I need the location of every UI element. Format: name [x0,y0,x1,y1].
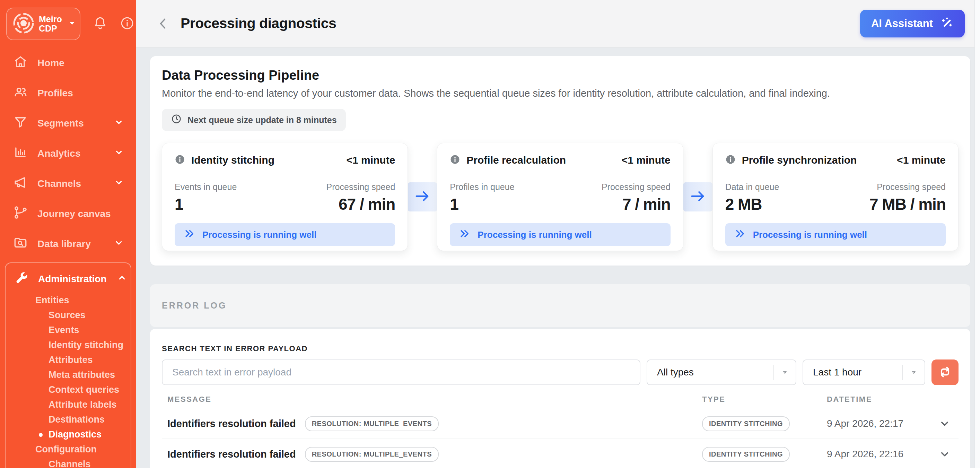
stage-status-banner[interactable]: Processing is running well [450,223,670,246]
chevron-down-icon [113,237,124,251]
error-log-header: ERROR LOG [150,284,970,327]
error-log-title: ERROR LOG [162,301,227,310]
sidebar-item-label: Journey canvas [37,209,111,220]
expand-chevron-icon[interactable] [939,448,951,460]
type-badge: IDENTITY STITCHING [702,447,790,462]
dropdown-triangle-icon [774,369,795,376]
workspace-switcher[interactable]: Meiro CDP [6,8,80,40]
bar-chart-icon [13,145,28,162]
stage-name: Profile recalculation [466,154,566,166]
table-header: MESSAGE TYPE DATETIME [162,385,959,409]
sidebar-item-home[interactable]: Home [0,48,136,78]
sidebar-item-attributes[interactable]: Attributes [6,353,130,368]
pipeline-title: Data Processing Pipeline [162,68,959,83]
error-message: Identifiers resolution failed [167,418,296,430]
sidebar-item-label: Channels [37,178,81,189]
magic-wand-icon [940,15,954,32]
resolution-badge: RESOLUTION: MULTIPLE_EVENTS [305,416,439,431]
info-filled-icon[interactable] [450,154,460,166]
queue-value: 1 [450,195,458,213]
home-icon [13,54,28,72]
sidebar-group-entities: Entities [6,293,130,308]
bell-icon[interactable] [93,16,107,32]
sidebar-item-events[interactable]: Events [6,323,130,337]
scrollbar[interactable] [974,0,980,468]
queue-update-badge: Next queue size update in 8 minutes [162,109,346,131]
sidebar-item-label: Data library [37,239,91,250]
administration-section: Administration Entities Sources Events I… [5,263,131,468]
sidebar-group-configuration: Configuration [6,442,130,457]
sidebar-item-diagnostics[interactable]: Diagnostics [6,427,130,442]
ai-assistant-button[interactable]: AI Assistant [860,10,965,37]
info-filled-icon[interactable] [175,154,185,166]
back-button[interactable] [156,16,171,31]
stage-eta: <1 minute [622,154,671,166]
speed-label: Processing speed [877,182,946,192]
content: Data Processing Pipeline Monitor the end… [136,48,980,468]
row-datetime: 9 Apr 2026, 22:17 [827,418,904,429]
refresh-button[interactable] [931,360,959,385]
speed-value: 7 / min [622,195,671,213]
sidebar-item-segments[interactable]: Segments [0,108,136,138]
sidebar-item-config-channels[interactable]: Channels [6,457,130,468]
expand-chevron-icon[interactable] [939,417,951,430]
pipeline-stages: Identity stitching <1 minute Events in q… [162,143,959,251]
stage-status-text: Processing is running well [477,229,592,240]
type-filter-value: All types [657,367,694,378]
sidebar-item-administration[interactable]: Administration [6,265,130,293]
pipeline-subtitle: Monitor the end-to-end latency of your c… [162,88,959,99]
sidebar-item-destinations[interactable]: Destinations [6,412,130,427]
sidebar-item-meta-attributes[interactable]: Meta attributes [6,368,130,382]
column-type: TYPE [702,395,827,404]
table-row[interactable]: Identifiers resolution failed RESOLUTION… [162,439,959,468]
stage-card-profile-synchronization: Profile synchronization <1 minute Data i… [713,143,959,251]
folder-search-icon [13,236,28,252]
info-filled-icon[interactable] [725,154,736,166]
time-filter-select[interactable]: Last 1 hour [803,360,925,385]
error-search-input[interactable] [162,360,640,385]
column-datetime: DATETIME [827,395,931,404]
sidebar-item-context-queries[interactable]: Context queries [6,382,130,397]
sidebar-item-label: Profiles [37,88,73,99]
stage-status-text: Processing is running well [202,229,317,240]
chevron-up-icon [116,272,127,286]
speed-label: Processing speed [326,182,395,192]
chevron-down-icon [113,116,124,130]
sidebar-item-label: Analytics [37,148,81,159]
profiles-icon [13,84,28,102]
stage-connector [683,143,713,251]
stage-eta: <1 minute [897,154,946,166]
stage-name: Profile synchronization [742,154,857,166]
sidebar-item-channels[interactable]: Channels [0,169,136,199]
sidebar-item-data-library[interactable]: Data library [0,229,136,259]
megaphone-icon [13,175,28,192]
stage-connector [408,143,437,251]
resolution-badge: RESOLUTION: MULTIPLE_EVENTS [305,447,439,462]
sidebar-item-attribute-labels[interactable]: Attribute labels [6,397,130,412]
type-filter-select[interactable]: All types [647,360,796,385]
column-message: MESSAGE [167,395,702,404]
stage-name: Identity stitching [191,154,274,166]
queue-update-text: Next queue size update in 8 minutes [188,115,337,125]
clock-icon [171,113,182,127]
stage-status-banner[interactable]: Processing is running well [725,223,946,246]
chevron-down-icon [113,146,124,160]
info-icon[interactable] [120,16,134,32]
chevron-down-icon [113,177,124,190]
sidebar-item-sources[interactable]: Sources [6,308,130,323]
sidebar-item-journey-canvas[interactable]: Journey canvas [0,199,136,229]
row-datetime: 9 Apr 2026, 22:16 [827,449,904,459]
sidebar-item-analytics[interactable]: Analytics [0,138,136,169]
dropdown-triangle-icon [903,369,924,376]
sidebar-item-profiles[interactable]: Profiles [0,78,136,108]
queue-label: Profiles in queue [450,182,514,192]
stage-eta: <1 minute [346,154,395,166]
table-row[interactable]: Identifiers resolution failed RESOLUTION… [162,409,959,439]
refresh-icon [937,365,953,380]
wrench-icon [14,271,29,287]
caret-down-icon [68,19,76,29]
sidebar-item-identity-stitching[interactable]: Identity stitching [6,337,130,353]
stage-card-profile-recalculation: Profile recalculation <1 minute Profiles… [437,143,683,251]
double-chevron-icon [459,228,471,242]
stage-status-banner[interactable]: Processing is running well [175,223,395,246]
